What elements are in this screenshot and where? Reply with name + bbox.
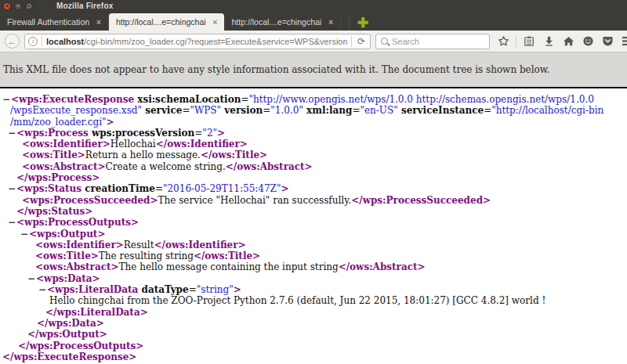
new-tab-button[interactable]: ✚ (349, 17, 368, 30)
xml-line: −<wps:Status creationTime="2016-05-29T11… (0, 183, 627, 194)
tab-close-icon[interactable]: × (213, 18, 218, 27)
xml-style-notice: This XML file does not appear to have an… (0, 52, 627, 88)
collapse-toggle-icon[interactable]: − (27, 273, 35, 284)
xml-tag: <wps:Status (16, 183, 82, 194)
tab-chingchai-active[interactable]: http://local…e=chingchai × (109, 13, 225, 31)
xml-line: </wps:Output> (0, 329, 627, 340)
xml-tag: <ows:Title> (35, 250, 99, 261)
xml-tree: −<wps:ExecuteResponse xsi:schemaLocation… (0, 88, 627, 362)
collapse-toggle-icon[interactable]: − (20, 229, 28, 240)
xml-tag: </ows:Title> (194, 250, 260, 261)
tab-bar: Firewall Authentication × http://local…e… (0, 12, 627, 31)
notice-text: This XML file does not appear to have an… (3, 64, 549, 75)
xml-tag: > (234, 284, 241, 295)
tab-label: http://local…e=chingchai (116, 17, 206, 27)
back-button[interactable]: ← (5, 34, 20, 49)
xml-line: <ows:Identifier>Result</ows:Identifier> (0, 240, 627, 250)
search-placeholder: Search (392, 37, 419, 46)
collapse-toggle-icon[interactable]: − (8, 217, 16, 228)
xml-attribute-name: wps:processVersion (89, 128, 194, 139)
xml-line: <ows:Identifier>Hellochai</ows:Identifie… (0, 139, 627, 150)
collapse-toggle-icon[interactable]: − (8, 183, 16, 194)
xml-tag: </ows:Abstract> (226, 161, 313, 172)
xml-tag: > (107, 117, 114, 128)
xml-punctuation: = (182, 105, 190, 116)
window-close-button[interactable]: × (3, 2, 11, 10)
xml-tag: </wps:ExecuteResponse> (2, 351, 136, 362)
xml-text: Result (124, 240, 154, 250)
xml-attribute-value: /wpsExecute_response.xsd" (10, 105, 142, 116)
xml-tag: > (281, 183, 288, 194)
xml-line: <ows:Title>Return a hello message.</ows:… (0, 150, 627, 160)
url-bar[interactable]: i localhost/cgi-bin/mm/zoo_loader.cgi?re… (24, 34, 371, 49)
xml-line: <wps:ProcessSucceeded>The service "Hello… (0, 195, 627, 206)
tab-close-icon[interactable]: × (96, 18, 101, 27)
window-controls: × − □ (3, 2, 33, 10)
xml-attribute-name: xsi:schemaLocation (134, 94, 241, 105)
downloads-icon[interactable] (542, 34, 556, 49)
xml-text: The hello message containing the input s… (119, 261, 339, 272)
hello-chat-icon[interactable] (581, 34, 595, 49)
xml-line: Hello chingchai from the ZOO-Project Pyt… (0, 295, 627, 306)
xml-tag: </ows:Title> (201, 150, 267, 160)
tab-firewall-authentication[interactable]: Firewall Authentication × (0, 13, 109, 31)
xml-text: Create a welcome string. (106, 161, 226, 172)
window-minimize-button[interactable]: − (14, 2, 22, 10)
urlbar-divider (42, 36, 42, 47)
search-input[interactable]: Search (375, 34, 490, 49)
url-text[interactable]: localhost/cgi-bin/mm/zoo_loader.cgi?requ… (46, 37, 347, 46)
reload-icon[interactable]: ⟳ (356, 36, 367, 47)
xml-tag: <wps:ExecuteResponse (11, 94, 134, 105)
xml-tag: <wps:Process (16, 128, 89, 139)
collapse-toggle-icon[interactable]: − (2, 94, 10, 105)
xml-text: Return a hello message. (85, 150, 201, 160)
xml-line: </wps:Data> (0, 318, 627, 329)
xml-punctuation: = (194, 128, 202, 139)
menu-icon[interactable] (620, 34, 627, 49)
xml-line: </wps:ExecuteResponse> (0, 351, 627, 362)
tab-close-icon[interactable]: × (328, 18, 333, 27)
xml-tag: <ows:Title> (22, 150, 85, 160)
xml-attribute-name: service (142, 105, 182, 116)
xml-tag: <ows:Abstract> (35, 261, 119, 272)
window-titlebar: × − □ Mozilla Firefox (0, 0, 627, 12)
tab-label: Firewall Authentication (7, 17, 89, 27)
xml-punctuation: = (484, 105, 491, 116)
xml-tag: </ows:Abstract> (339, 261, 426, 272)
xml-line: −<wps:ExecuteResponse xsi:schemaLocation… (0, 94, 627, 105)
navigation-toolbar: ← i localhost/cgi-bin/mm/zoo_loader.cgi?… (0, 31, 627, 52)
window-maximize-button[interactable]: □ (25, 2, 33, 10)
xml-line: −<wps:Output> (0, 229, 627, 240)
xml-attribute-name: serviceInstance (398, 105, 484, 116)
search-icon (381, 38, 388, 45)
xml-attribute-name: xml:lang (303, 105, 352, 116)
xml-attribute-value: "1.0.0" (270, 105, 303, 116)
xml-line: </wps:ProcessOutputs> (0, 341, 627, 351)
url-path: /cgi-bin/mm/zoo_loader.cgi?request=Execu… (84, 37, 347, 46)
bookmark-star-icon[interactable] (496, 34, 510, 49)
xml-attribute-value: "http://www.opengis.net/wps/1.0.0 http:/… (248, 94, 593, 105)
toolbar-icons (496, 34, 627, 49)
xml-punctuation: = (263, 105, 270, 116)
xml-tag: </ows:Identifier> (154, 240, 245, 250)
xml-line: <ows:Title>The resulting string</ows:Tit… (0, 250, 627, 261)
xml-tag: </wps:Process> (16, 172, 100, 183)
xml-punctuation: = (352, 105, 360, 116)
collapse-toggle-icon[interactable]: − (38, 284, 46, 295)
xml-tag: </wps:Output> (27, 329, 107, 340)
xml-attribute-value: "string" (197, 284, 234, 295)
toolbar-divider (516, 35, 516, 48)
xml-line: <ows:Abstract>Create a welcome string.</… (0, 161, 627, 172)
home-icon[interactable] (561, 34, 575, 49)
page-info-icon[interactable]: i (28, 37, 38, 46)
pocket-icon[interactable] (600, 34, 614, 49)
xml-punctuation: = (241, 94, 248, 105)
bookmarks-panel-icon[interactable] (522, 34, 536, 49)
collapse-toggle-icon[interactable]: − (8, 128, 16, 139)
xml-tag: </wps:LiteralData> (45, 307, 148, 318)
xml-line: /wpsExecute_response.xsd" service="WPS" … (0, 105, 627, 116)
tab-chingchai-2[interactable]: http://local…e=chingchai × (224, 13, 341, 31)
xml-tag: </wps:Status> (16, 206, 92, 217)
xml-tag: <ows:Abstract> (22, 161, 106, 172)
xml-tag: </ows:Identifier> (156, 139, 248, 150)
